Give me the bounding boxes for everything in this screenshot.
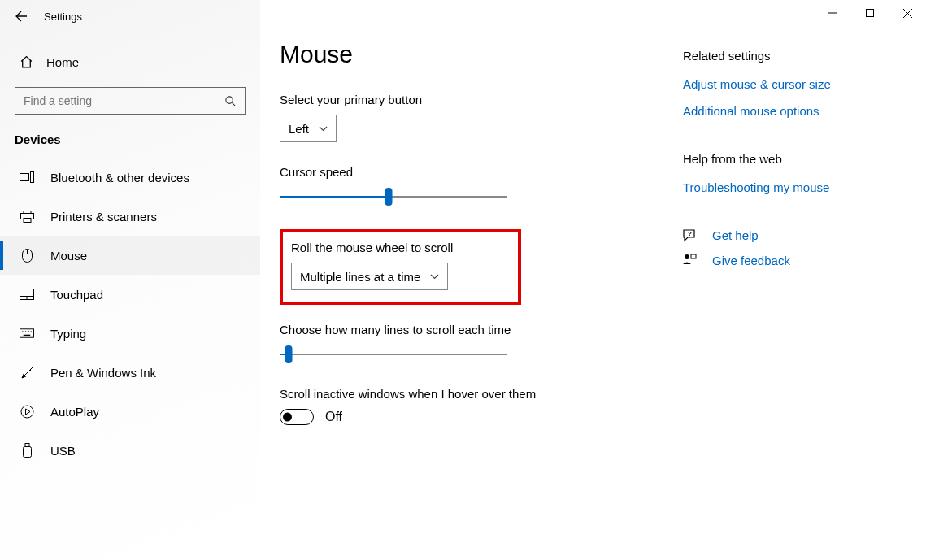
sidebar: Settings Home Devices Bluetooth & other …	[0, 0, 260, 560]
help-from-web-heading: Help from the web	[683, 152, 911, 166]
sidebar-item-bluetooth[interactable]: Bluetooth & other devices	[0, 158, 260, 197]
nav-list: Bluetooth & other devices Printers & sca…	[0, 158, 260, 470]
maximize-button[interactable]	[851, 0, 889, 26]
sidebar-item-pen[interactable]: Pen & Windows Ink	[0, 353, 260, 392]
feedback-icon	[683, 254, 698, 267]
touchpad-icon	[20, 289, 34, 300]
svg-point-19	[25, 331, 27, 332]
sidebar-item-printers[interactable]: Printers & scanners	[0, 197, 260, 236]
primary-button-value: Left	[289, 122, 309, 136]
sidebar-item-label: Typing	[50, 327, 86, 341]
page-title: Mouse	[280, 41, 683, 68]
search-field[interactable]	[24, 94, 224, 107]
svg-line-5	[232, 102, 235, 106]
sidebar-item-touchpad[interactable]: Touchpad	[0, 275, 260, 314]
search-icon	[224, 95, 237, 107]
right-panel: Related settings Adjust mouse & cursor s…	[683, 0, 911, 560]
sidebar-item-autoplay[interactable]: AutoPlay	[0, 392, 260, 431]
toggle-state-text: Off	[325, 410, 342, 424]
content-area: Mouse Select your primary button Left Cu…	[260, 0, 683, 560]
adjust-mouse-link[interactable]: Adjust mouse & cursor size	[683, 77, 911, 91]
mouse-icon	[20, 249, 34, 263]
inactive-windows-label: Scroll inactive windows when I hover ove…	[280, 387, 683, 401]
svg-rect-1	[867, 10, 874, 17]
sidebar-item-label: Mouse	[50, 249, 87, 263]
sidebar-item-label: Printers & scanners	[50, 210, 157, 224]
close-button[interactable]	[889, 0, 926, 26]
lines-to-scroll-label: Choose how many lines to scroll each tim…	[280, 323, 683, 336]
svg-text:?: ?	[688, 230, 692, 237]
help-icon: ?	[683, 229, 698, 242]
home-icon	[20, 55, 33, 69]
sidebar-item-mouse[interactable]: Mouse	[0, 236, 260, 275]
sidebar-item-label: AutoPlay	[50, 405, 99, 419]
svg-point-26	[685, 254, 689, 259]
svg-point-22	[21, 406, 33, 418]
svg-point-18	[22, 331, 24, 332]
svg-point-20	[28, 331, 30, 332]
get-help-link[interactable]: Get help	[712, 228, 759, 242]
svg-rect-27	[691, 254, 696, 258]
chevron-down-icon	[430, 274, 439, 280]
svg-rect-23	[25, 444, 29, 447]
back-icon[interactable]	[15, 10, 28, 23]
pen-icon	[20, 366, 34, 380]
cursor-speed-slider[interactable]	[280, 187, 507, 206]
additional-mouse-options-link[interactable]: Additional mouse options	[683, 104, 911, 118]
sidebar-item-typing[interactable]: Typing	[0, 314, 260, 353]
sidebar-item-label: Bluetooth & other devices	[50, 171, 189, 184]
app-title: Settings	[44, 11, 82, 23]
slider-thumb[interactable]	[385, 188, 393, 206]
svg-rect-6	[20, 174, 29, 181]
slider-thumb[interactable]	[285, 345, 293, 363]
sidebar-item-label: USB	[50, 444, 76, 458]
keyboard-icon	[20, 328, 34, 338]
troubleshooting-link[interactable]: Troubleshooting my mouse	[683, 180, 911, 194]
minimize-button[interactable]	[814, 0, 851, 26]
related-settings-heading: Related settings	[683, 49, 911, 63]
scroll-mode-label: Roll the mouse wheel to scroll	[291, 241, 453, 254]
svg-rect-24	[23, 447, 31, 458]
highlighted-section: Roll the mouse wheel to scroll Multiple …	[280, 229, 521, 305]
chevron-down-icon	[319, 126, 328, 132]
svg-point-4	[226, 96, 233, 102]
cursor-speed-label: Cursor speed	[280, 165, 683, 179]
primary-button-label: Select your primary button	[280, 93, 683, 106]
svg-point-21	[30, 331, 32, 332]
sidebar-item-usb[interactable]: USB	[0, 431, 260, 470]
category-title: Devices	[0, 115, 260, 158]
svg-rect-7	[31, 172, 34, 183]
window-controls	[814, 0, 926, 26]
svg-rect-16	[20, 329, 33, 337]
home-button[interactable]: Home	[0, 47, 260, 77]
scroll-mode-select[interactable]: Multiple lines at a time	[291, 263, 448, 290]
lines-to-scroll-slider[interactable]	[280, 345, 507, 364]
scroll-mode-value: Multiple lines at a time	[300, 270, 420, 284]
primary-button-select[interactable]: Left	[280, 115, 337, 142]
inactive-windows-toggle[interactable]	[280, 409, 314, 425]
printer-icon	[20, 211, 34, 223]
search-input[interactable]	[15, 87, 246, 115]
home-label: Home	[46, 55, 79, 69]
sidebar-item-label: Touchpad	[50, 288, 103, 302]
devices-icon	[20, 171, 34, 183]
titlebar: Settings	[0, 0, 260, 33]
usb-icon	[20, 443, 34, 458]
autoplay-icon	[20, 405, 34, 419]
sidebar-item-label: Pen & Windows Ink	[50, 366, 156, 380]
give-feedback-link[interactable]: Give feedback	[712, 254, 790, 267]
